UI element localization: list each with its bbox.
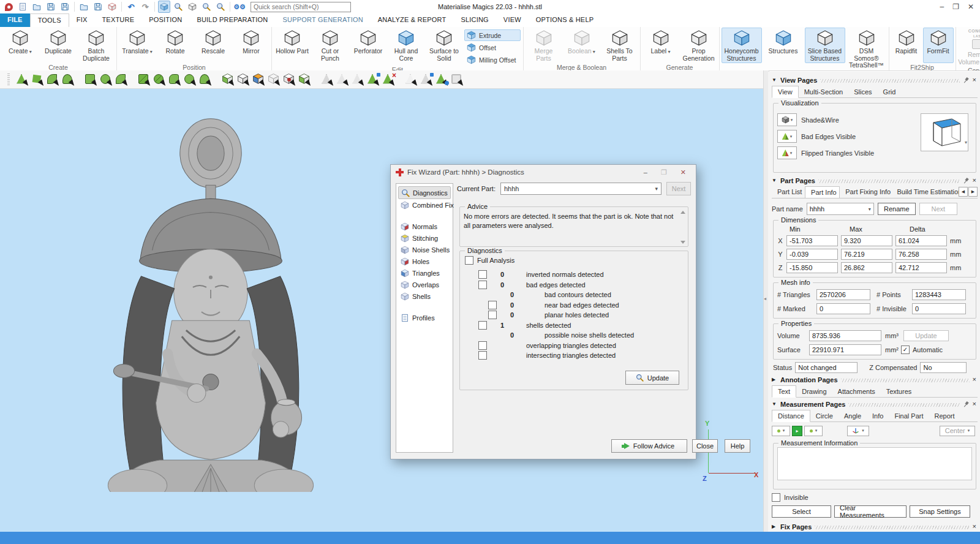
dialog-help-button[interactable]: Help	[725, 439, 750, 453]
tab-angle[interactable]: Angle	[839, 410, 867, 421]
dialog-title-bar[interactable]: Fix Wizard (Part: hhhh) > Diagnostics – …	[391, 165, 696, 179]
new-scene-icon[interactable]	[17, 1, 29, 13]
mark-cube-ghost-tool[interactable]	[268, 73, 281, 86]
rectangle-selection-tool[interactable]	[85, 73, 97, 86]
load-project-icon[interactable]	[78, 1, 90, 13]
tab-options-help[interactable]: OPTIONS & HELP	[529, 13, 601, 27]
dim-y-delta-input[interactable]	[895, 249, 947, 260]
tab-final-part[interactable]: Final Part	[889, 410, 929, 421]
measure-go-button[interactable]: ▸	[792, 426, 802, 436]
rename-button[interactable]: Rename	[878, 203, 916, 215]
extrude-button[interactable]: Extrude	[464, 29, 521, 41]
dim-y-min-input[interactable]	[786, 249, 838, 260]
close-panel-icon[interactable]: ×	[973, 401, 976, 407]
refresh-marking-tool[interactable]	[420, 73, 433, 86]
center-dropdown[interactable]: Center	[940, 426, 975, 436]
remove-volume-wizard-button[interactable]: CONCEPTLASER Remove Volume Wizard	[957, 28, 980, 66]
zoom-in-icon[interactable]	[200, 1, 213, 13]
brush-selection-tool[interactable]	[153, 73, 166, 86]
mark-plane-tool[interactable]	[31, 73, 44, 86]
diagnostic-checkbox[interactable]	[478, 281, 487, 289]
tab-view[interactable]: VIEW	[496, 13, 529, 27]
mark-cube-top-tool[interactable]	[237, 73, 250, 86]
tab-part-info[interactable]: Part Info	[805, 186, 840, 198]
update-diagnostics-button[interactable]: Update	[625, 371, 679, 385]
wheel-selection-tool[interactable]	[184, 73, 197, 86]
dialog-next-button[interactable]: Next	[666, 182, 691, 195]
clear-marking-tool[interactable]	[382, 73, 395, 86]
tab-texture[interactable]: TEXTURE	[94, 13, 141, 27]
measurement-info-list[interactable]	[777, 447, 972, 480]
star-selection-tool[interactable]	[168, 73, 181, 86]
minimize-window-icon[interactable]: –	[940, 3, 944, 10]
surface-to-solid-button[interactable]: Surface to Solid	[426, 28, 462, 63]
sidebar-item-overlaps[interactable]: Overlaps	[398, 279, 451, 290]
pin-icon[interactable]	[962, 399, 970, 408]
mark-shell-tool[interactable]	[62, 73, 75, 86]
label-button[interactable]: Label	[643, 28, 679, 63]
update-volume-button[interactable]: Update	[903, 330, 949, 341]
pin-icon[interactable]	[962, 75, 970, 84]
fan-selection-tool[interactable]	[199, 73, 212, 86]
structures-button[interactable]: Structures	[763, 28, 804, 63]
tab-info[interactable]: Info	[867, 410, 889, 421]
volume-input[interactable]	[809, 330, 881, 341]
unzoom-icon[interactable]	[214, 1, 227, 13]
tab-scroll-right-icon[interactable]: ▶	[968, 187, 978, 197]
translate-button[interactable]: Translate	[119, 28, 156, 63]
fix-pages-header[interactable]: ▶ Fix Pages ×	[772, 521, 978, 532]
annotation-pages-header[interactable]: ▶ Annotation Pages ×	[772, 374, 978, 385]
merge-parts-button[interactable]: Merge Parts	[526, 28, 562, 63]
close-panel-icon[interactable]: ×	[973, 523, 976, 530]
tab-distance[interactable]: Distance	[772, 410, 810, 422]
restore-window-icon[interactable]: ❐	[952, 3, 959, 10]
dim-x-max-input[interactable]	[841, 235, 892, 246]
panel-drag-strip[interactable]	[815, 526, 969, 529]
pin-icon[interactable]	[962, 176, 970, 184]
diagnostic-checkbox[interactable]	[478, 321, 487, 330]
tab-scroll-left-icon[interactable]: ◀	[959, 187, 968, 197]
rapidfit-button[interactable]: Rapidfit	[891, 28, 922, 63]
honeycomb-structures-button[interactable]: Honeycomb Structures	[722, 28, 762, 63]
window-selection-tool[interactable]	[138, 73, 151, 86]
cut-or-punch-button[interactable]: Cut or Punch	[312, 28, 349, 63]
tab-slices[interactable]: Slices	[848, 86, 877, 97]
dim-z-min-input[interactable]	[786, 262, 838, 273]
flipped-triangles-dropdown[interactable]	[777, 146, 797, 159]
mark-surface-tool[interactable]	[47, 73, 59, 86]
scroll-down-icon[interactable]	[680, 241, 685, 244]
toolbar-grip[interactable]	[7, 74, 10, 86]
freeform-selection-tool[interactable]	[115, 73, 128, 86]
tab-circle[interactable]: Circle	[810, 410, 839, 421]
invert-marking-tool[interactable]	[367, 73, 380, 86]
tab-drawing[interactable]: Drawing	[796, 386, 832, 397]
outline-triangle-tool[interactable]	[405, 73, 418, 86]
save-icon[interactable]	[45, 1, 57, 13]
sidebar-item-combined-fix[interactable]: Combined Fix	[398, 199, 451, 211]
bad-edges-dropdown[interactable]	[777, 130, 797, 143]
offset-button[interactable]: Offset	[464, 42, 521, 53]
view-cube-preview[interactable]: ▾	[921, 113, 968, 151]
panel-drag-strip[interactable]	[848, 403, 959, 407]
hull-and-core-button[interactable]: Hull and Core	[388, 28, 424, 63]
unmark-triangle-tool[interactable]	[321, 73, 334, 86]
dim-x-min-input[interactable]	[786, 235, 838, 246]
dim-z-max-input[interactable]	[841, 262, 892, 273]
mirror-button[interactable]: Mirror	[233, 28, 270, 63]
milling-offset-button[interactable]: Milling Offset	[464, 54, 521, 66]
part-pages-header[interactable]: ▼ Part Pages ×	[772, 175, 978, 186]
tab-position[interactable]: POSITION	[141, 13, 189, 27]
sidebar-item-diagnostics[interactable]: Diagnostics	[398, 186, 451, 199]
save-as-icon[interactable]	[59, 1, 71, 13]
scroll-up-icon[interactable]	[680, 211, 685, 214]
triangles-input[interactable]	[816, 289, 870, 300]
tab-part-fixing-info[interactable]: Part Fixing Info	[840, 186, 891, 198]
panel-drag-strip[interactable]	[818, 179, 960, 183]
redo-icon[interactable]: ↷	[139, 1, 151, 13]
close-panel-icon[interactable]: ×	[973, 376, 976, 383]
target-mode-dropdown[interactable]	[804, 426, 823, 436]
preview-caret-icon[interactable]: ▾	[965, 140, 967, 145]
tab-part-list[interactable]: Part List	[772, 186, 805, 198]
next-button[interactable]: Next	[919, 203, 957, 215]
dim-x-delta-input[interactable]	[895, 235, 947, 246]
